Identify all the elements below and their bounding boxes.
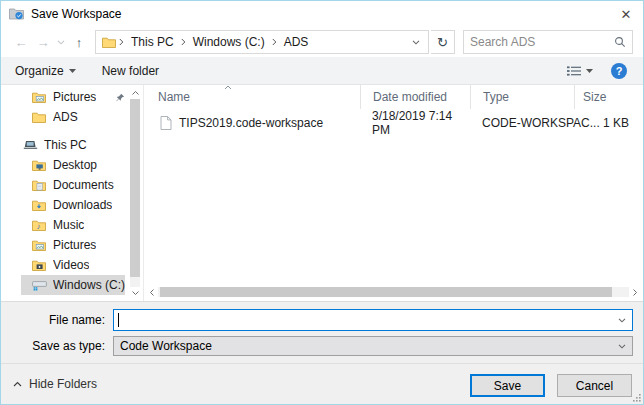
sidebar-item-pictures-pinned[interactable]: Pictures — [21, 87, 125, 107]
file-date-cell: 3/18/2019 7:14 PM — [360, 109, 470, 137]
folder-icon — [31, 112, 47, 123]
hide-folders-label: Hide Folders — [29, 377, 97, 391]
close-icon[interactable]: ✕ — [609, 1, 643, 27]
column-header-date-modified[interactable]: Date modified — [360, 85, 470, 109]
resize-grip[interactable] — [632, 393, 641, 402]
text-caret — [118, 313, 119, 327]
horizontal-scroll-track[interactable] — [158, 287, 629, 297]
breadcrumb-this-pc[interactable]: This PC — [125, 35, 180, 49]
drive-icon — [31, 279, 47, 291]
save-as-type-select[interactable]: Code Workspace — [113, 336, 633, 356]
address-breadcrumb-bar[interactable]: This PC Windows (C:) ADS — [95, 30, 429, 54]
downloads-folder-icon — [31, 200, 47, 211]
new-folder-label: New folder — [102, 64, 159, 78]
column-label: Type — [483, 90, 509, 104]
toolbar-right-group: ? — [566, 63, 627, 79]
sidebar-list: Pictures ADS — [1, 85, 143, 295]
new-folder-button[interactable]: New folder — [102, 64, 159, 78]
sidebar-item-label: Videos — [53, 258, 89, 272]
address-bar-row: ← → ↑ This PC Windows (C:) ADS — [1, 27, 643, 57]
breadcrumb-chevron-icon — [118, 38, 125, 46]
column-label: Size — [583, 90, 606, 104]
sidebar-scroll-thumb[interactable] — [130, 99, 140, 277]
search-icon[interactable] — [614, 36, 626, 48]
sidebar-item-documents[interactable]: Documents — [21, 175, 125, 195]
videos-folder-icon — [31, 260, 47, 271]
breadcrumb-ads[interactable]: ADS — [278, 35, 315, 49]
sort-ascending-icon — [224, 85, 232, 90]
details-view-icon — [566, 65, 582, 77]
sidebar-item-label: Windows (C:) — [53, 278, 125, 292]
save-as-type-value: Code Workspace — [114, 339, 612, 353]
file-name-combobox — [113, 309, 633, 331]
file-name-text: TIPS2019.code-workspace — [179, 116, 323, 130]
column-header-type[interactable]: Type — [470, 85, 574, 109]
refresh-icon[interactable]: ↻ — [431, 30, 455, 54]
app-icon — [9, 7, 25, 21]
svg-text:♪: ♪ — [37, 222, 41, 231]
window-title: Save Workspace — [31, 7, 122, 21]
sidebar-item-music[interactable]: ♪ Music — [21, 215, 125, 235]
sidebar-item-label: Pictures — [53, 238, 96, 252]
forward-icon[interactable]: → — [33, 35, 53, 50]
search-input[interactable] — [470, 35, 614, 49]
breadcrumb-windows-c[interactable]: Windows (C:) — [187, 35, 271, 49]
horizontal-scroll-thumb[interactable] — [160, 287, 612, 297]
file-row[interactable]: TIPS2019.code-workspace 3/18/2019 7:14 P… — [144, 113, 643, 133]
sidebar-item-videos[interactable]: Videos — [21, 255, 125, 275]
file-name-cell: TIPS2019.code-workspace — [144, 116, 360, 130]
sidebar-item-desktop[interactable]: Desktop — [21, 155, 125, 175]
scroll-up-icon[interactable] — [129, 87, 141, 99]
cancel-button[interactable]: Cancel — [557, 374, 632, 397]
pictures-folder-icon — [31, 240, 47, 251]
sidebar-item-label: Desktop — [53, 158, 97, 172]
breadcrumb-chevron-icon — [271, 38, 278, 46]
file-name-dropdown-chevron-icon[interactable] — [612, 318, 632, 323]
save-as-type-label: Save as type: — [9, 339, 105, 353]
recent-locations-chevron-icon[interactable] — [55, 40, 67, 45]
save-as-type-row: Save as type: Code Workspace — [9, 336, 633, 356]
file-list-header: Name Date modified Type Size — [144, 85, 643, 109]
column-header-size[interactable]: Size — [574, 85, 643, 109]
save-button[interactable]: Save — [470, 374, 545, 397]
save-workspace-dialog: Save Workspace ✕ ← → ↑ This PC Windows (… — [0, 0, 644, 405]
file-name-label: File name: — [9, 313, 105, 327]
file-type-cell: CODE-WORKSPAC... — [470, 116, 574, 130]
hide-folders-button[interactable]: Hide Folders — [13, 377, 97, 391]
titlebar: Save Workspace ✕ — [1, 1, 643, 27]
sidebar-item-label: This PC — [44, 138, 87, 152]
scroll-down-icon[interactable] — [129, 287, 141, 299]
music-folder-icon: ♪ — [31, 220, 47, 231]
sidebar-item-label: Pictures — [53, 90, 96, 104]
help-icon[interactable]: ? — [611, 63, 627, 79]
file-name-input[interactable] — [114, 310, 612, 330]
pin-icon — [116, 93, 125, 102]
organize-button[interactable]: Organize — [15, 64, 76, 78]
back-icon[interactable]: ← — [11, 35, 31, 50]
breadcrumb-chevron-icon — [180, 38, 187, 46]
file-name-row: File name: — [9, 309, 633, 331]
sidebar-item-pictures[interactable]: Pictures — [21, 235, 125, 255]
sidebar-item-downloads[interactable]: Downloads — [21, 195, 125, 215]
address-folder-icon — [102, 37, 116, 48]
file-list-pane: Name Date modified Type Size — [143, 85, 643, 301]
command-toolbar: Organize New folder — [1, 57, 643, 85]
main-area: Pictures ADS — [1, 85, 643, 301]
column-header-name[interactable]: Name — [144, 85, 360, 109]
computer-icon — [22, 140, 38, 151]
sidebar-scroll-track[interactable] — [130, 99, 140, 287]
scroll-left-icon[interactable] — [146, 289, 158, 296]
file-list-horizontal-scrollbar[interactable] — [146, 286, 641, 298]
sidebar-item-windows-c[interactable]: Windows (C:) — [21, 275, 125, 295]
up-icon[interactable]: ↑ — [69, 35, 89, 50]
sidebar-item-this-pc[interactable]: This PC — [21, 135, 125, 155]
dialog-footer: Hide Folders Save Cancel — [1, 363, 643, 404]
navigation-sidebar: Pictures ADS — [1, 85, 143, 301]
organize-caret-icon — [69, 69, 76, 73]
address-dropdown-chevron-icon[interactable] — [406, 40, 426, 45]
sidebar-item-ads[interactable]: ADS — [21, 107, 125, 127]
sidebar-scrollbar[interactable] — [129, 87, 141, 299]
view-mode-button[interactable] — [566, 65, 593, 77]
scroll-right-icon[interactable] — [629, 289, 641, 296]
column-label: Date modified — [373, 90, 447, 104]
